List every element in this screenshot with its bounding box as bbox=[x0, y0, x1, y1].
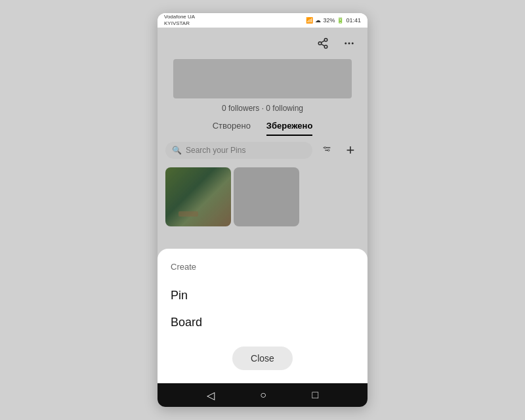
battery-pct: 32% bbox=[323, 17, 335, 24]
wifi-icon: ☁ bbox=[315, 17, 321, 24]
status-right: 📶 ☁ 32% 🔋 01:41 bbox=[306, 17, 361, 24]
home-button[interactable]: ○ bbox=[260, 389, 266, 401]
bottom-sheet: Create Pin Board Close bbox=[158, 249, 368, 383]
phone-frame: Vodafone UA KYIVSTAR 📶 ☁ 32% 🔋 01:41 bbox=[158, 13, 368, 407]
sheet-item-board[interactable]: Board bbox=[171, 309, 354, 336]
sheet-item-pin[interactable]: Pin bbox=[171, 282, 354, 309]
sheet-title: Create bbox=[171, 262, 354, 272]
carrier-name: Vodafone UA bbox=[164, 14, 195, 20]
bottom-sheet-overlay: Create Pin Board Close bbox=[158, 28, 368, 383]
status-bar: Vodafone UA KYIVSTAR 📶 ☁ 32% 🔋 01:41 bbox=[158, 13, 368, 28]
sheet-close-row: Close bbox=[171, 346, 354, 375]
recent-button[interactable]: □ bbox=[312, 389, 319, 401]
nav-bar: ◁ ○ □ bbox=[158, 383, 368, 407]
network-name: KYIVSTAR bbox=[164, 20, 195, 27]
app-content: 0 followers · 0 following Створено Збере… bbox=[158, 28, 368, 383]
back-button[interactable]: ◁ bbox=[207, 389, 215, 402]
time-display: 01:41 bbox=[346, 17, 361, 24]
sheet-close-button[interactable]: Close bbox=[232, 346, 293, 370]
carrier-info: Vodafone UA KYIVSTAR bbox=[164, 14, 195, 26]
battery-icon: 📶 bbox=[306, 17, 313, 24]
battery-icon2: 🔋 bbox=[337, 17, 344, 24]
